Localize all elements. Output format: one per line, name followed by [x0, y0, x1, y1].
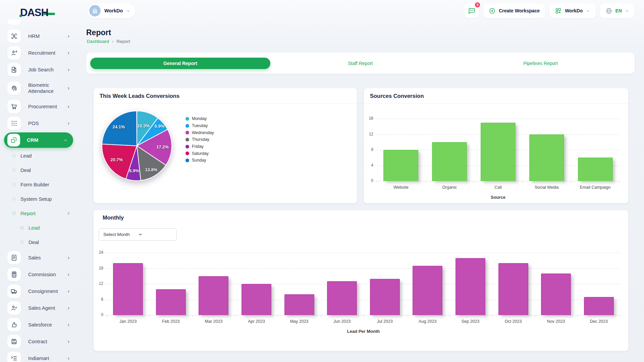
sidebar-item-biometric-attendance[interactable]: Biometric Attendance [0, 78, 86, 98]
tab-general-report[interactable]: General Report [90, 58, 270, 69]
bar-feb-2023 [156, 289, 186, 315]
breadcrumb-dashboard-link[interactable]: Dashboard [87, 39, 109, 44]
sidebar-item-recruitment[interactable]: Recruitment [0, 45, 86, 61]
workspace-selector[interactable]: WorkDo [88, 3, 135, 18]
legend-item-monday[interactable]: Monday [185, 115, 214, 122]
sidebar-item-commission[interactable]: Commission [0, 266, 86, 283]
legend-item-friday[interactable]: Friday [185, 143, 214, 150]
select-month-dropdown[interactable]: Select Month [99, 228, 177, 241]
chevron-down-icon [138, 232, 172, 237]
sidebar-item-indiamart[interactable]: Indiamart [0, 350, 86, 362]
y-axis-tick-label: 12 [362, 132, 373, 136]
x-axis-category-label: Dec 2023 [590, 319, 608, 324]
chevron-right-icon [66, 68, 71, 72]
sales-agent-icon [7, 301, 21, 315]
sidebar-item-pos[interactable]: POS [0, 115, 86, 132]
messages-button[interactable]: 0 [464, 3, 479, 18]
legend-item-wednesday[interactable]: Wednesday [185, 129, 214, 136]
sidebar-item-partial[interactable] [7, 19, 21, 25]
legend-item-saturday[interactable]: Saturday [185, 150, 214, 157]
app-logo[interactable]: DASH [20, 6, 55, 19]
weekly-leads-card: This Week Leads Conversions 10.3%6.9%17.… [94, 88, 357, 203]
x-axis-tick [571, 181, 571, 183]
sidebar-item-sales[interactable]: Sales [0, 249, 86, 266]
bar-nov-2023 [541, 274, 571, 315]
chevron-right-icon [66, 273, 71, 277]
messages-badge: 0 [474, 2, 481, 8]
language-selector[interactable]: EN [600, 3, 635, 18]
x-axis-tick [577, 315, 578, 317]
sidebar-item-salesforce[interactable]: Salesforce [0, 316, 86, 333]
sidebar-item-contract[interactable]: Contract [0, 333, 86, 350]
sidebar-item-deal[interactable]: Deal [0, 163, 86, 177]
x-axis-category-label: Sep 2023 [462, 319, 480, 324]
sidebar-item-crm[interactable]: CRM [4, 132, 73, 148]
chevron-down-icon [625, 9, 629, 13]
salesforce-icon [7, 318, 21, 331]
sidebar-item-procurement[interactable]: Procurement [0, 98, 86, 115]
pos-icon [7, 117, 21, 130]
workspace-switcher-button[interactable]: WorkDo [549, 3, 595, 18]
sidebar-item-sales-agent[interactable]: Sales Agent [0, 300, 86, 316]
crm-icon [7, 134, 20, 146]
plus-circle-icon [489, 7, 496, 14]
sidebar-item-system-setup[interactable]: System Setup [0, 192, 86, 206]
y-axis-tick-label: 18 [92, 266, 103, 270]
sidebar-item-label: Salesforce [28, 322, 64, 328]
sidebar-item-label: Lead [20, 153, 32, 159]
legend-item-sunday[interactable]: Sunday [185, 157, 214, 164]
globe-icon [605, 7, 612, 14]
sidebar-item-lead[interactable]: Lead [0, 221, 86, 235]
pie-slice-value-label: 17.2% [156, 144, 169, 149]
legend-label: Monday [192, 116, 207, 121]
bar-aug-2023 [413, 266, 442, 315]
legend-color-dot [185, 145, 189, 148]
x-axis-tick [377, 181, 377, 183]
x-axis-category-label: Jan 2023 [119, 319, 137, 324]
pie-slice-value-label: 13.8% [145, 167, 158, 172]
sidebar-item-report[interactable]: Report [0, 206, 86, 221]
legend-item-tuesday[interactable]: Tuesday [185, 122, 214, 129]
x-axis-category-label: Jun 2023 [333, 319, 351, 324]
tab-pipelines-report[interactable]: Pipelines Report [450, 58, 631, 69]
sidebar-item-form-builder[interactable]: Form Builder [0, 177, 86, 192]
x-axis-category-label: Call [494, 185, 502, 190]
bullet-icon [12, 183, 15, 186]
sidebar-item-label: Job Search [28, 67, 64, 73]
x-axis-tick [278, 315, 278, 317]
legend-color-dot [185, 124, 189, 128]
sidebar-item-label: HRM [28, 33, 64, 39]
x-axis-category-label: Mar 2023 [205, 319, 223, 324]
weekly-leads-pie-chart: 10.3%6.9%17.2%13.8%6.9%20.7%24.1% [101, 110, 172, 181]
x-axis-category-label: Nov 2023 [547, 319, 565, 324]
y-axis-tick-label: 16 [362, 116, 373, 121]
indiamart-icon [7, 352, 21, 362]
bar-sep-2023 [455, 258, 485, 315]
sidebar-item-consignment[interactable]: Consignment [0, 283, 86, 300]
y-axis-tick-label: 0 [92, 312, 103, 317]
procurement-icon [7, 100, 21, 113]
x-axis-tick [449, 315, 449, 317]
legend-label: Wednesday [192, 130, 214, 135]
chevron-right-icon [66, 289, 71, 294]
sidebar-item-hrm[interactable]: HRM [0, 28, 86, 45]
sidebar-item-label: Recruitment [28, 50, 64, 56]
legend-item-thursday[interactable]: Thursday [185, 136, 214, 143]
x-axis-tick [235, 315, 235, 317]
page-title: Report [86, 28, 111, 37]
x-axis-category-label: Aug 2023 [419, 319, 437, 324]
x-axis-tick [364, 315, 364, 317]
tab-staff-report[interactable]: Staff Report [270, 58, 450, 69]
legend-color-dot [185, 152, 189, 155]
sidebar-item-job-search[interactable]: Job Search [0, 61, 86, 78]
x-axis-tick [535, 315, 535, 317]
create-workspace-button[interactable]: Create Workspace [483, 3, 545, 18]
bar-jul-2023 [370, 279, 400, 315]
sidebar-item-label: Lead [29, 225, 40, 231]
sidebar-item-deal[interactable]: Deal [0, 235, 86, 249]
chevron-right-icon [66, 340, 71, 344]
x-axis-tick [321, 315, 321, 317]
sidebar-item-lead[interactable]: Lead [0, 148, 86, 163]
bar-email-campaign [578, 158, 613, 181]
sidebar-nav: HRMRecruitmentJob SearchBiometric Attend… [0, 28, 86, 362]
